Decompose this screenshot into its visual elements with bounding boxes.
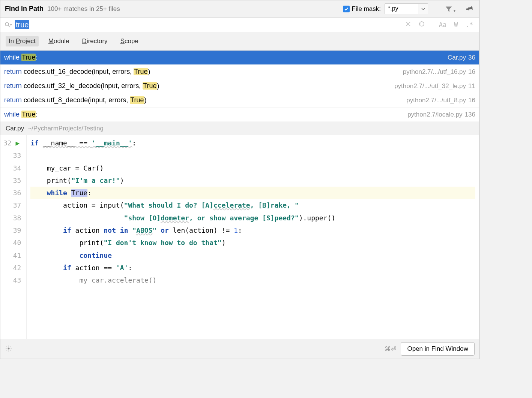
code-area[interactable]: if __name__ == '__main__': my_car = Car(…	[27, 135, 479, 339]
search-input[interactable]: true	[15, 21, 400, 29]
regex-toggle[interactable]: .*	[463, 21, 475, 28]
dialog-footer: ⌘⏎ Open in Find Window	[0, 339, 479, 359]
svg-line-1	[8, 25, 10, 27]
history-icon[interactable]	[416, 21, 427, 29]
filemask-label: File mask:	[352, 5, 381, 13]
filemask-checkbox[interactable]	[343, 6, 350, 12]
result-row[interactable]: return codecs.utf_8_decode(input, errors…	[0, 93, 479, 108]
svg-point-2	[8, 347, 10, 349]
dialog-title: Find in Path	[5, 5, 44, 13]
search-icon: ▾	[4, 21, 12, 28]
filemask-combo[interactable]: *.py	[385, 3, 428, 14]
svg-point-0	[5, 22, 9, 26]
words-toggle[interactable]: W	[452, 21, 460, 28]
results-list: while True:Car.py36return codecs.utf_16_…	[0, 51, 479, 122]
filemask-dropdown[interactable]	[418, 3, 428, 14]
result-row[interactable]: while True:python2.7/locale.py136	[0, 108, 479, 122]
gutter: 32 ▶33 34 35 36 37 38 39 40 41 42 43	[0, 135, 27, 339]
result-row[interactable]: while True:Car.py36	[0, 51, 479, 65]
tab-directory[interactable]: Directory	[79, 36, 111, 46]
pin-icon[interactable]	[466, 5, 475, 13]
settings-icon[interactable]	[5, 345, 12, 353]
clear-icon[interactable]	[403, 21, 413, 28]
result-row[interactable]: return codecs.utf_32_le_decode(input, er…	[0, 79, 479, 93]
open-in-find-window-button[interactable]: Open in Find Window	[401, 342, 475, 356]
tab-in-project[interactable]: In Project	[6, 36, 39, 46]
filemask-toggle[interactable]: File mask:	[343, 5, 381, 13]
dialog-header: Find in Path 100+ matches in 25+ files F…	[0, 0, 479, 18]
shortcut-hint: ⌘⏎	[385, 345, 396, 353]
scope-tabs: In Project Module Directory Scope	[0, 32, 479, 51]
preview-filepath: ~/PycharmProjects/Testing	[28, 125, 104, 132]
search-bar: ▾ true Aa W .*	[0, 18, 479, 32]
tab-scope[interactable]: Scope	[117, 36, 141, 46]
filemask-input[interactable]: *.py	[385, 3, 418, 14]
preview-editor[interactable]: 32 ▶33 34 35 36 37 38 39 40 41 42 43 if …	[0, 135, 479, 339]
match-case-toggle[interactable]: Aa	[437, 21, 449, 28]
match-count: 100+ matches in 25+ files	[47, 5, 120, 13]
filter-icon[interactable]	[445, 5, 453, 13]
result-row[interactable]: return codecs.utf_16_decode(input, error…	[0, 65, 479, 79]
preview-filename: Car.py	[6, 125, 24, 132]
tab-module[interactable]: Module	[45, 36, 72, 46]
preview-header: Car.py ~/PycharmProjects/Testing	[0, 122, 479, 135]
